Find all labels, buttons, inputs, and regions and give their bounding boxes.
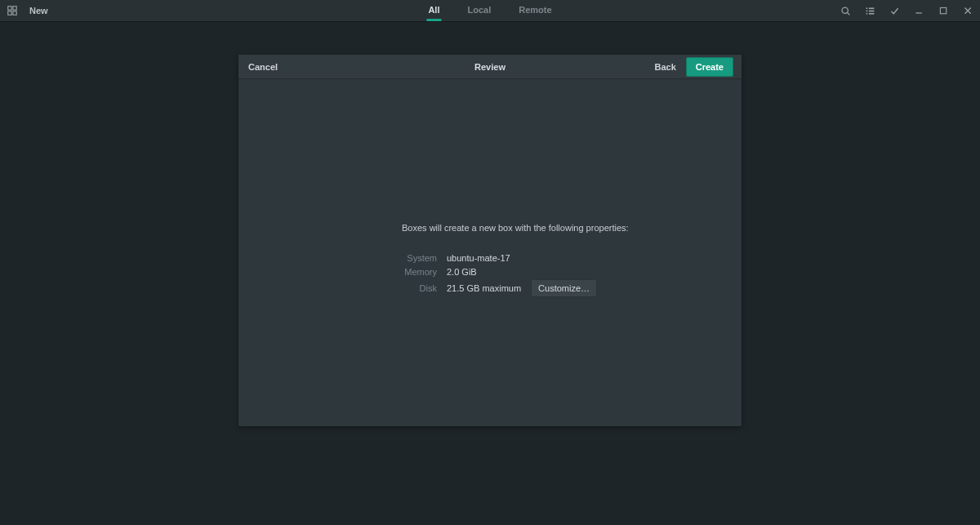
dialog-header: Cancel Review Back Create: [238, 55, 742, 79]
svg-rect-6: [866, 7, 867, 9]
svg-rect-2: [8, 11, 11, 15]
dialog-actions: Back Create: [654, 57, 733, 77]
maximize-icon[interactable]: [938, 5, 949, 16]
row-memory: Memory 2.0 GiB: [402, 265, 742, 278]
svg-line-5: [847, 12, 849, 15]
review-dialog: Cancel Review Back Create Boxes will cre…: [238, 55, 742, 426]
value-system: ubuntu-mate-17: [447, 253, 510, 263]
back-button[interactable]: Back: [654, 62, 675, 72]
new-button[interactable]: New: [29, 6, 48, 16]
svg-rect-1: [13, 7, 16, 10]
tab-remote[interactable]: Remote: [517, 0, 553, 21]
customize-button[interactable]: Customize…: [531, 279, 597, 297]
svg-rect-3: [13, 11, 16, 15]
svg-rect-11: [868, 12, 874, 14]
svg-rect-9: [868, 10, 874, 11]
label-memory: Memory: [402, 267, 437, 277]
minimize-icon[interactable]: [913, 5, 924, 16]
value-memory: 2.0 GiB: [447, 267, 477, 277]
dialog-body: Boxes will create a new box with the fol…: [238, 79, 742, 426]
label-system: System: [402, 253, 437, 263]
svg-rect-0: [8, 7, 11, 10]
dialog-title: Review: [474, 62, 506, 72]
value-disk: 21.5 GB maximum: [447, 283, 521, 293]
svg-rect-10: [866, 12, 867, 14]
create-button[interactable]: Create: [686, 57, 733, 77]
titlebar-left: New: [7, 5, 48, 16]
svg-rect-7: [868, 7, 874, 9]
tab-local[interactable]: Local: [466, 0, 492, 21]
check-icon[interactable]: [889, 5, 900, 16]
titlebar-right: [840, 5, 973, 16]
label-disk: Disk: [402, 283, 437, 293]
boxes-app-icon: [7, 5, 18, 16]
svg-point-4: [842, 7, 848, 13]
intro-text: Boxes will create a new box with the fol…: [402, 223, 742, 233]
titlebar: New All Local Remote: [0, 0, 980, 22]
close-icon[interactable]: [962, 5, 973, 16]
row-system: System ubuntu-mate-17: [402, 251, 742, 265]
list-icon[interactable]: [864, 5, 875, 16]
content-area: Cancel Review Back Create Boxes will cre…: [0, 22, 980, 525]
row-disk: Disk 21.5 GB maximum Customize…: [402, 281, 742, 295]
search-icon[interactable]: [840, 5, 851, 16]
tab-all[interactable]: All: [426, 0, 441, 21]
svg-rect-8: [866, 10, 867, 11]
view-tabs: All Local Remote: [426, 0, 553, 21]
cancel-button[interactable]: Cancel: [248, 62, 278, 72]
svg-rect-13: [940, 7, 946, 13]
